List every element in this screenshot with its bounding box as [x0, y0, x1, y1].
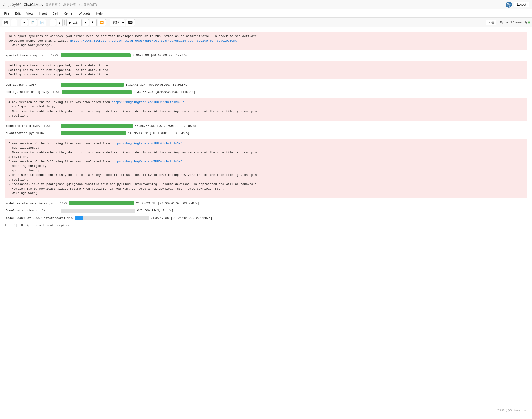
menu-kernel[interactable]: Kernel — [61, 11, 75, 16]
menu-edit[interactable]: Edit — [13, 11, 23, 16]
kernel-name: Python 3 (ipykernel) — [500, 21, 527, 24]
progress-row-special-tokens: special_tokens_map.json: 100% 3.00/3.00 … — [5, 52, 527, 59]
progress-row-quantization: quantization.py: 100% 14.7k/14.7k [00:00… — [5, 130, 527, 137]
warning-text-2: Setting eos_token is not supported, use … — [8, 63, 524, 77]
warning-text-4: A new version of the following files was… — [8, 141, 524, 196]
progress-bar-7 — [61, 209, 135, 213]
cut-button[interactable]: ✂ — [21, 19, 28, 26]
warning-block-1: To support symlinks on Windows, you eith… — [5, 32, 527, 50]
progress-bar-5 — [61, 131, 126, 135]
progress-bar-fill-3 — [62, 90, 132, 94]
content-area: To support symlinks on Windows, you eith… — [0, 27, 532, 232]
progress-bar-3 — [62, 90, 132, 94]
progress-stats-8: 210M/1.83G [01:24<12:25, 2.17MB/s] — [151, 216, 212, 221]
progress-bar-2 — [61, 83, 124, 87]
logout-button[interactable]: Logout — [514, 2, 529, 7]
fast-forward-button[interactable]: ⏩ — [98, 19, 106, 26]
progress-bar-fill-5 — [61, 131, 126, 135]
trusted-badge: 可信 — [486, 20, 496, 25]
progress-stats-4: 56.5k/56.5k [00:00<00:00, 108kB/s] — [135, 124, 196, 128]
move-down-button[interactable]: ↓ — [57, 19, 62, 26]
unsaved-note: （更改未保存） — [78, 2, 99, 7]
output-area: To support symlinks on Windows, you eith… — [5, 32, 527, 229]
menu-view[interactable]: View — [24, 11, 36, 16]
run-button[interactable]: ▶ 运行 — [66, 19, 82, 26]
top-bar: ⌭ jupyter ChatGLM.py 最新检查点: 10 分钟前 （更改未保… — [0, 0, 532, 9]
progress-label-4: modeling_chatglm.py: 100% — [6, 124, 59, 128]
progress-row-config: config.json: 100% 1.32k/1.32k [00:00<00:… — [5, 81, 527, 89]
separator-2 — [48, 20, 48, 25]
progress-bar-fill-4 — [61, 124, 133, 128]
symlink-link[interactable]: https://docs.microsoft.com/en-us/windows… — [70, 39, 237, 43]
cell-running-indicator: N — [21, 223, 23, 228]
warning-block-3: A new version of the following files was… — [5, 98, 527, 120]
progress-stats-6: 21.2k/21.2k [00:00<00:00, 63.0kB/s] — [136, 201, 199, 206]
progress-bar-6 — [69, 201, 134, 205]
separator-4 — [108, 20, 108, 25]
progress-bar-fill-8 — [74, 216, 83, 220]
progress-bar-fill-1 — [61, 53, 131, 57]
menu-insert[interactable]: Insert — [37, 11, 49, 16]
menu-help[interactable]: Help — [94, 11, 105, 16]
separator-1 — [19, 20, 19, 25]
jupyter-logo-icon: ⌭ — [3, 2, 7, 7]
cell-type-select[interactable]: 代码 — [110, 19, 125, 26]
next-cell-code: pip install sentencepiece — [25, 223, 70, 228]
warning-text-1: To support symlinks on Windows, you eith… — [8, 34, 524, 48]
python-icon: Py — [506, 1, 512, 8]
cell-number-label: In [ 3]: — [5, 223, 19, 228]
progress-bar-fill-6 — [69, 201, 134, 205]
progress-stats-7: 0/7 [00:00<?, ?it/s] — [137, 209, 173, 213]
menu-cell[interactable]: Cell — [50, 11, 61, 16]
checkpoint-info: 最新检查点: 10 分钟前 — [46, 2, 75, 7]
save-button[interactable]: 💾 — [2, 19, 10, 26]
paste-button[interactable]: 📄 — [38, 19, 46, 26]
progress-label-1: special_tokens_map.json: 100% — [6, 53, 59, 58]
toolbar: 💾 + ✂ 📋 📄 ↑ ↓ ▶ 运行 ■ ↻ ⏩ 代码 ⌨ 可信 Python … — [0, 18, 532, 27]
progress-label-3: configuration_chatglm.py: 100% — [6, 90, 60, 94]
menu-file[interactable]: File — [2, 11, 12, 16]
huggingface-link-2[interactable]: https://huggingface.co/THUDM/chatglm3-6b… — [112, 142, 186, 145]
menu-widgets[interactable]: Widgets — [76, 11, 93, 16]
kernel-status-dot — [528, 21, 530, 24]
restart-button[interactable]: ↻ — [90, 19, 97, 26]
progress-bar-1 — [61, 53, 131, 57]
kernel-status: Python 3 (ipykernel) — [500, 21, 530, 24]
jupyter-logo-text: jupyter — [8, 2, 21, 7]
progress-label-5: quantization.py: 100% — [6, 131, 59, 136]
progress-stats-2: 1.32k/1.32k [00:00<00:00, 85.9kB/s] — [125, 83, 189, 87]
progress-row-model-shard: model-00001-of-00007.safetensors: 11% 21… — [5, 214, 527, 222]
menu-bar: File Edit View Insert Cell Kernel Widget… — [0, 9, 532, 18]
run-icon: ▶ — [69, 21, 72, 25]
top-bar-right: Py Logout — [506, 1, 529, 8]
separator-3 — [64, 20, 65, 25]
svg-text:Py: Py — [507, 3, 511, 7]
huggingface-link-3[interactable]: https://huggingface.co/THUDM/chatglm3-6b… — [112, 160, 186, 163]
progress-bar-4 — [61, 124, 133, 128]
progress-stats-3: 2.33k/2.33k [00:00<00:00, 114kB/s] — [133, 90, 195, 94]
keyboard-shortcuts-button[interactable]: ⌨ — [126, 19, 135, 26]
progress-row-safetensors-index: model.safetensors.index.json: 100% 21.2k… — [5, 200, 527, 207]
move-up-button[interactable]: ↑ — [50, 19, 56, 26]
huggingface-link-1[interactable]: https://huggingface.co/THUDM/chatglm3-6b… — [112, 101, 186, 104]
progress-label-7: Downloading shards: 0% — [6, 209, 59, 213]
progress-row-configuration: configuration_chatglm.py: 100% 2.33k/2.3… — [5, 88, 527, 96]
warning-block-2: Setting eos_token is not supported, use … — [5, 61, 527, 79]
progress-bar-8 — [74, 216, 149, 220]
next-cell-row: In [ 3]: N pip install sentencepiece — [5, 222, 527, 229]
warning-block-4: A new version of the following files was… — [5, 139, 527, 198]
progress-row-modeling: modeling_chatglm.py: 100% 56.5k/56.5k [0… — [5, 122, 527, 130]
warning-text-3: A new version of the following files was… — [8, 100, 524, 118]
progress-stats-5: 14.7k/14.7k [00:00<00:00, 830kB/s] — [128, 131, 189, 136]
copy-button[interactable]: 📋 — [29, 19, 37, 26]
progress-bar-fill-2 — [61, 83, 124, 87]
progress-label-6: model.safetensors.index.json: 100% — [6, 201, 67, 206]
add-cell-button[interactable]: + — [11, 19, 17, 26]
progress-label-8: model-00001-of-00007.safetensors: 11% — [6, 216, 73, 221]
progress-row-shards: Downloading shards: 0% 0/7 [00:00<?, ?it… — [5, 207, 527, 214]
progress-label-2: config.json: 100% — [6, 83, 59, 87]
stop-button[interactable]: ■ — [83, 19, 88, 26]
run-label: 运行 — [73, 20, 79, 25]
jupyter-logo: ⌭ jupyter — [3, 2, 21, 7]
notebook-title[interactable]: ChatGLM.py — [24, 2, 43, 7]
